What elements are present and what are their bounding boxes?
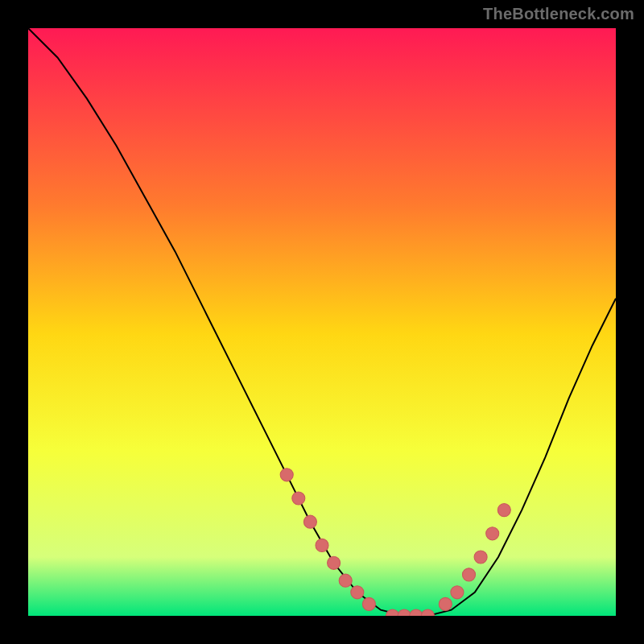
curve-marker xyxy=(328,556,341,569)
curve-marker xyxy=(398,609,411,616)
curve-marker xyxy=(462,568,475,581)
curve-marker xyxy=(421,609,434,616)
curve-marker xyxy=(410,609,423,616)
bottleneck-curve xyxy=(28,28,616,616)
curve-marker xyxy=(316,539,328,551)
curve-marker xyxy=(451,586,464,599)
curve-marker xyxy=(362,597,375,610)
curve-marker xyxy=(386,609,399,616)
curve-marker xyxy=(339,574,352,587)
plot-area xyxy=(28,28,616,616)
curve-path xyxy=(28,28,616,616)
curve-marker xyxy=(292,492,305,505)
chart-svg xyxy=(28,28,616,616)
curve-marker xyxy=(280,469,293,481)
curve-marker xyxy=(351,586,364,599)
curve-marker xyxy=(497,504,510,517)
curve-marker xyxy=(474,551,487,564)
curve-marker xyxy=(486,527,499,540)
chart-stage: TheBottleneck.com xyxy=(0,0,644,644)
curve-marker xyxy=(303,515,316,528)
watermark-text: TheBottleneck.com xyxy=(483,5,634,23)
highlighted-points xyxy=(280,469,510,616)
curve-marker xyxy=(439,597,452,610)
